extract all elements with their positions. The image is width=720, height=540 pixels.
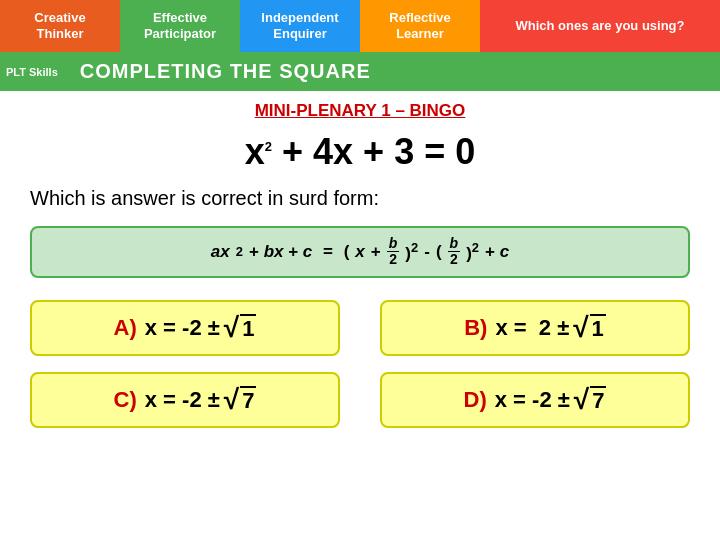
formula-box: ax2 + bx + c = ( x + b2 )2 - ( b2 )2 + c	[30, 226, 690, 278]
mini-plenary-title: MINI-PLENARY 1 – BINGO	[30, 101, 690, 121]
equation-display: x2 + 4x + 3 = 0	[30, 131, 690, 173]
answer-c[interactable]: C) x = -2 ± √ 7	[30, 372, 340, 428]
question-text: Which is answer is correct in surd form:	[30, 187, 690, 210]
which-ones-overlay: Which ones are you using?	[480, 0, 720, 52]
answer-a[interactable]: A) x = -2 ± √ 1	[30, 300, 340, 356]
page-title: COMPLETING THE SQUARE	[64, 52, 720, 91]
answers-grid: A) x = -2 ± √ 1 B) x = 2 ± √ 1 C) x = -2…	[30, 300, 690, 428]
answer-d[interactable]: D) x = -2 ± √ 7	[380, 372, 690, 428]
skill-reflective: ReflectiveLearner	[360, 0, 480, 52]
answer-b[interactable]: B) x = 2 ± √ 1	[380, 300, 690, 356]
main-content: MINI-PLENARY 1 – BINGO x2 + 4x + 3 = 0 W…	[0, 91, 720, 438]
skill-effective: EffectiveParticipator	[120, 0, 240, 52]
plt-skills-label: PLT Skills	[0, 52, 64, 91]
skill-independent: IndependentEnquirer	[240, 0, 360, 52]
skill-creative: CreativeThinker	[0, 0, 120, 52]
